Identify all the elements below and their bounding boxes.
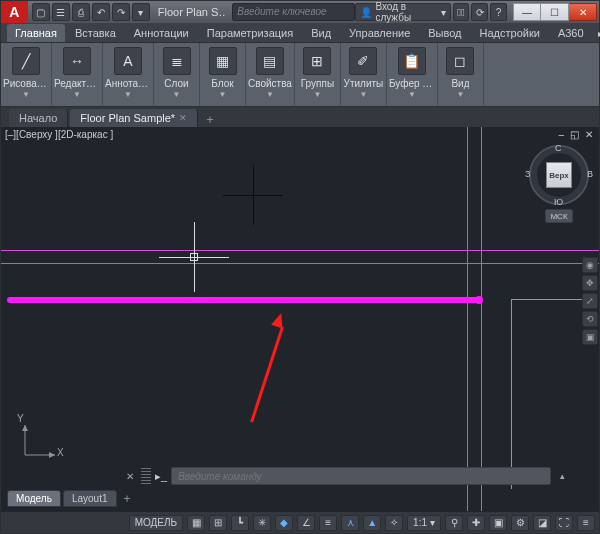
ribbon-properties[interactable]: ▤Свойства▼ xyxy=(246,43,295,106)
cmd-close-icon[interactable]: ✕ xyxy=(123,469,137,483)
sign-in-button[interactable]: 👤 Вход в службы ▾ xyxy=(355,3,450,21)
tab-parametric[interactable]: Параметризация xyxy=(199,24,301,42)
ucs-chip[interactable]: МСК xyxy=(545,209,573,223)
measure-icon: ✐ xyxy=(349,47,377,75)
app-menu-button[interactable]: A xyxy=(1,1,28,23)
layout-add-button[interactable]: ＋ xyxy=(119,490,135,506)
tab-view[interactable]: Вид xyxy=(303,24,339,42)
help-search-input[interactable]: Введите ключевое слово/фразу xyxy=(232,3,355,21)
tab-insert[interactable]: Вставка xyxy=(67,24,124,42)
vp-max-icon[interactable]: ◱ xyxy=(570,129,579,140)
qat-save-icon[interactable]: ⎙ xyxy=(72,3,90,21)
status-customize-icon[interactable]: ≡ xyxy=(577,515,595,531)
status-bar: МОДЕЛЬ ▦ ⊞ ┗ ✳ ◆ ∠ ≡ ⋏ ▲ ✧ 1:1▾ ⚲ ✚ ▣ ⚙ … xyxy=(1,511,599,533)
status-osnap-icon[interactable]: ◆ xyxy=(275,515,293,531)
status-hardware-icon[interactable]: ⚙ xyxy=(511,515,529,531)
ribbon-clipboard[interactable]: 📋Буфер о…▼ xyxy=(387,43,438,106)
nav-showmotion-icon[interactable]: ▣ xyxy=(582,329,598,345)
tab-home[interactable]: Главная xyxy=(7,24,65,42)
status-ortho-icon[interactable]: ┗ xyxy=(231,515,249,531)
doc-tab-floorplan[interactable]: Floor Plan Sample*✕ xyxy=(70,109,198,127)
clipboard-icon: 📋 xyxy=(398,47,426,75)
cmd-history-icon[interactable]: ▴ xyxy=(555,469,569,483)
command-input[interactable] xyxy=(171,467,551,485)
tab-addins[interactable]: Надстройки xyxy=(472,24,548,42)
tab-annotate[interactable]: Аннотации xyxy=(126,24,197,42)
vp-close-icon[interactable]: ✕ xyxy=(585,129,593,140)
ucs-x-label: X xyxy=(57,447,64,458)
status-annoscale-icon[interactable]: ⚲ xyxy=(445,515,463,531)
layout-tabs: Модель Layout1 ＋ xyxy=(7,490,135,507)
viewport-label[interactable]: [–][Сверху ][2D-каркас ] xyxy=(5,129,113,140)
status-monitor-icon[interactable]: ▣ xyxy=(489,515,507,531)
ribbon-view[interactable]: ◻Вид▼ xyxy=(438,43,484,106)
ribbon-block[interactable]: ▦Блок▼ xyxy=(200,43,246,106)
qat-more-icon[interactable]: ▾ xyxy=(132,3,150,21)
viewport-window-controls: – ◱ ✕ xyxy=(558,129,593,140)
tab-overflow[interactable]: ▸▸ xyxy=(594,25,600,42)
status-isolate-icon[interactable]: ◪ xyxy=(533,515,551,531)
status-cleanscreen-icon[interactable]: ⛶ xyxy=(555,515,573,531)
compass-n: С xyxy=(555,143,562,153)
ribbon-tabs: Главная Вставка Аннотации Параметризация… xyxy=(1,23,599,43)
status-lineweight-icon[interactable]: ≡ xyxy=(319,515,337,531)
title-bar: A ▢ ☰ ⎙ ↶ ↷ ▾ Floor Plan S… Введите ключ… xyxy=(1,1,599,23)
viewcube[interactable]: Верх xyxy=(546,162,572,188)
nav-wheel-icon[interactable]: ◉ xyxy=(582,257,598,273)
layout-tab-model[interactable]: Модель xyxy=(7,490,61,507)
status-scale[interactable]: 1:1▾ xyxy=(407,515,441,531)
status-anno-icon[interactable]: ✧ xyxy=(385,515,403,531)
polyline-object[interactable] xyxy=(7,297,479,303)
qat-undo-icon[interactable]: ↶ xyxy=(92,3,110,21)
new-tab-button[interactable]: ＋ xyxy=(202,111,218,127)
cmd-grip-icon[interactable] xyxy=(141,468,151,484)
chevron-down-icon: ▾ xyxy=(441,7,446,18)
status-person-icon[interactable]: ⋏ xyxy=(341,515,359,531)
tab-manage[interactable]: Управление xyxy=(341,24,418,42)
ribbon-groups[interactable]: ⊞Группы▼ xyxy=(295,43,341,106)
group-icon: ⊞ xyxy=(303,47,331,75)
nav-pan-icon[interactable]: ✥ xyxy=(582,275,598,291)
ribbon-edit[interactable]: ↔Редакти…▼ xyxy=(52,43,103,106)
navigation-bar: ◉ ✥ ⤢ ⟲ ▣ xyxy=(581,257,599,345)
guide-line-h1 xyxy=(1,250,599,251)
tab-a360[interactable]: A360 xyxy=(550,24,592,42)
minimize-button[interactable]: — xyxy=(513,3,541,21)
help-icon[interactable]: ? xyxy=(490,3,507,21)
qat-open-icon[interactable]: ☰ xyxy=(52,3,70,21)
stayconnected-icon[interactable]: ⟳ xyxy=(471,3,488,21)
status-otrack-icon[interactable]: ∠ xyxy=(297,515,315,531)
polyline-endpoint[interactable] xyxy=(475,296,483,304)
annotation-arrow-shaft xyxy=(250,327,284,423)
status-grid-icon[interactable]: ▦ xyxy=(187,515,205,531)
ribbon-utilities[interactable]: ✐Утилиты▼ xyxy=(341,43,387,106)
nav-zoom-icon[interactable]: ⤢ xyxy=(582,293,598,309)
close-tab-icon[interactable]: ✕ xyxy=(179,113,187,123)
qat-redo-icon[interactable]: ↷ xyxy=(112,3,130,21)
ribbon-annotation[interactable]: AАннотац…▼ xyxy=(103,43,154,106)
window-title: Floor Plan S… xyxy=(158,6,227,18)
compass-e: В xyxy=(587,169,593,179)
doc-tab-start[interactable]: Начало xyxy=(9,109,68,127)
drawing-viewport[interactable]: [–][Сверху ][2D-каркас ] – ◱ ✕ xyxy=(1,127,599,511)
status-polar-icon[interactable]: ✳ xyxy=(253,515,271,531)
maximize-button[interactable]: ☐ xyxy=(541,3,569,21)
ucs-y-label: Y xyxy=(17,413,24,424)
nav-orbit-icon[interactable]: ⟲ xyxy=(582,311,598,327)
status-model[interactable]: МОДЕЛЬ xyxy=(129,515,183,531)
exchange-icon[interactable]: ✕⃝ xyxy=(453,3,470,21)
tab-output[interactable]: Вывод xyxy=(420,24,469,42)
view-compass[interactable]: Верх С Ю З В xyxy=(529,145,589,205)
qat-new-icon[interactable]: ▢ xyxy=(32,3,50,21)
close-button[interactable]: ✕ xyxy=(569,3,597,21)
annotation-arrow-head xyxy=(271,311,287,328)
ribbon-draw[interactable]: ╱Рисован…▼ xyxy=(1,43,52,106)
pickbox xyxy=(190,253,198,261)
ribbon-layers[interactable]: ≣Слои▼ xyxy=(154,43,200,106)
layout-tab-layout1[interactable]: Layout1 xyxy=(63,490,117,507)
ucs-icon[interactable]: X Y xyxy=(19,419,61,463)
status-workspace-icon[interactable]: ✚ xyxy=(467,515,485,531)
status-snapmode-icon[interactable]: ⊞ xyxy=(209,515,227,531)
vp-min-icon[interactable]: – xyxy=(558,129,564,140)
status-tri-icon[interactable]: ▲ xyxy=(363,515,381,531)
